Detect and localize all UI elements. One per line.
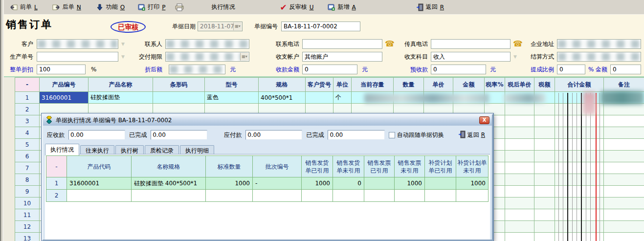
column-header[interactable]: -: [15, 78, 40, 92]
address-input[interactable]: [557, 39, 641, 49]
grid-cell[interactable]: [534, 115, 555, 127]
tab-qc-records[interactable]: 质检记录: [145, 145, 179, 155]
commission-input[interactable]: 0: [557, 65, 585, 74]
grid-cell[interactable]: [505, 197, 534, 209]
grid-cell[interactable]: [505, 127, 534, 139]
unapprove-button[interactable]: ✔ 反审核U: [277, 1, 316, 13]
doc-date-input[interactable]: 2018-11-07 ▦▾: [198, 22, 243, 31]
receivable-input[interactable]: 0.00: [68, 130, 125, 140]
grid-cell[interactable]: [534, 92, 555, 104]
row-number[interactable]: 5: [15, 139, 40, 151]
column-header[interactable]: 条形码: [153, 78, 205, 92]
column-header[interactable]: 销售发票未引用: [395, 156, 425, 177]
grid-cell[interactable]: [352, 92, 394, 104]
calendar-icon[interactable]: ▦▾: [240, 53, 248, 61]
grid-cell[interactable]: [555, 186, 604, 197]
payable-input[interactable]: 0.00: [245, 130, 302, 140]
grid-cell[interactable]: [453, 92, 485, 104]
grid-cell[interactable]: [534, 221, 555, 233]
column-header[interactable]: 税额: [534, 78, 555, 92]
discounted-amount-input[interactable]: [169, 65, 225, 74]
column-header[interactable]: 数量: [394, 78, 424, 92]
discount-input[interactable]: 100: [37, 65, 86, 74]
grid-cell[interactable]: [555, 127, 604, 139]
grid-cell[interactable]: [505, 115, 534, 127]
grid-cell[interactable]: [555, 197, 604, 209]
grid-cell[interactable]: [206, 190, 253, 202]
column-header[interactable]: 销售发货单已引用: [302, 156, 333, 177]
row-number[interactable]: 6: [15, 151, 40, 162]
dialog-return-button[interactable]: 返回R: [459, 131, 485, 140]
grid-cell[interactable]: [505, 92, 534, 104]
return-button[interactable]: 返回R: [414, 1, 447, 13]
grid-cell[interactable]: [604, 104, 644, 115]
grid-cell[interactable]: [394, 92, 424, 104]
grid-cell[interactable]: [604, 221, 644, 233]
doc-number-input[interactable]: BA-18-11-07-0002: [281, 22, 360, 31]
grid-cell[interactable]: [534, 233, 555, 241]
grid-cell[interactable]: [604, 151, 644, 162]
column-header[interactable]: 当前存量: [352, 78, 394, 92]
grid-cell[interactable]: [534, 197, 555, 209]
column-header[interactable]: 备注: [604, 78, 644, 92]
grid-cell[interactable]: [555, 174, 604, 186]
grid-cell[interactable]: [604, 139, 644, 151]
grid-cell[interactable]: [604, 162, 644, 174]
grid-cell[interactable]: [424, 92, 453, 104]
grid-cell[interactable]: [534, 127, 555, 139]
grid-cell[interactable]: [364, 190, 395, 202]
grid-cell[interactable]: [604, 197, 644, 209]
shipped-used-cell[interactable]: 1000: [302, 177, 333, 190]
grid-cell[interactable]: [555, 209, 604, 221]
execution-status-button[interactable]: 执行情况: [208, 1, 238, 13]
grid-cell[interactable]: [505, 139, 534, 151]
grid-cell[interactable]: [534, 139, 555, 151]
row-number[interactable]: 3: [15, 115, 40, 127]
row-number[interactable]: 9: [15, 186, 40, 197]
advance-input[interactable]: 0: [431, 65, 486, 74]
shipped-unused-cell[interactable]: 0: [333, 177, 364, 190]
row-number[interactable]: 2: [15, 104, 40, 115]
column-header[interactable]: -: [46, 156, 67, 177]
settlement-input[interactable]: [557, 52, 641, 62]
row-number[interactable]: 2: [46, 190, 67, 202]
row-number[interactable]: 4: [15, 127, 40, 139]
contact-input[interactable]: [165, 39, 249, 49]
row-number[interactable]: 7: [15, 162, 40, 174]
grid-cell[interactable]: [604, 127, 644, 139]
std-qty-cell[interactable]: 1000: [206, 177, 253, 190]
column-header[interactable]: 批次编号: [253, 156, 302, 177]
grid-cell[interactable]: [604, 115, 644, 127]
column-header[interactable]: 名称规格: [132, 156, 206, 177]
delivery-date-input[interactable]: ▦▾: [165, 52, 249, 62]
close-icon[interactable]: X: [479, 116, 489, 124]
grid-cell[interactable]: [485, 92, 505, 104]
dropdown-arrow-icon[interactable]: ▼: [513, 52, 517, 62]
grid-cell[interactable]: [67, 190, 132, 202]
grid-cell[interactable]: [534, 104, 555, 115]
grid-cell[interactable]: [425, 190, 456, 202]
auto-follow-checkbox[interactable]: [389, 132, 395, 138]
grid-cell[interactable]: [604, 186, 644, 197]
grid-cell[interactable]: [505, 221, 534, 233]
replenish-used-cell[interactable]: [425, 177, 456, 190]
column-header[interactable]: 金额: [453, 78, 485, 92]
phone-input[interactable]: [302, 39, 382, 49]
grid-cell[interactable]: [395, 190, 425, 202]
dropdown-arrow-icon[interactable]: ▼: [121, 52, 125, 62]
product-name-cell[interactable]: 硅胶揉面垫: [89, 92, 153, 104]
calendar-icon[interactable]: ▦▾: [233, 22, 242, 30]
grid-cell[interactable]: [534, 186, 555, 197]
grid-cell[interactable]: [555, 233, 604, 241]
grid-cell[interactable]: [604, 174, 644, 186]
commission-amount-input[interactable]: 0: [610, 65, 641, 74]
grid-cell[interactable]: [132, 190, 206, 202]
grid-cell[interactable]: [505, 174, 534, 186]
product-code-cell[interactable]: 31600001: [40, 92, 89, 104]
new-doc-button[interactable]: 新增A: [324, 1, 358, 13]
column-header[interactable]: 补货计划单已引用: [425, 156, 456, 177]
row-number[interactable]: 12: [15, 221, 40, 233]
row-number[interactable]: 1: [15, 92, 40, 104]
grid-cell[interactable]: [534, 209, 555, 221]
column-header[interactable]: 产品名称: [89, 78, 153, 92]
